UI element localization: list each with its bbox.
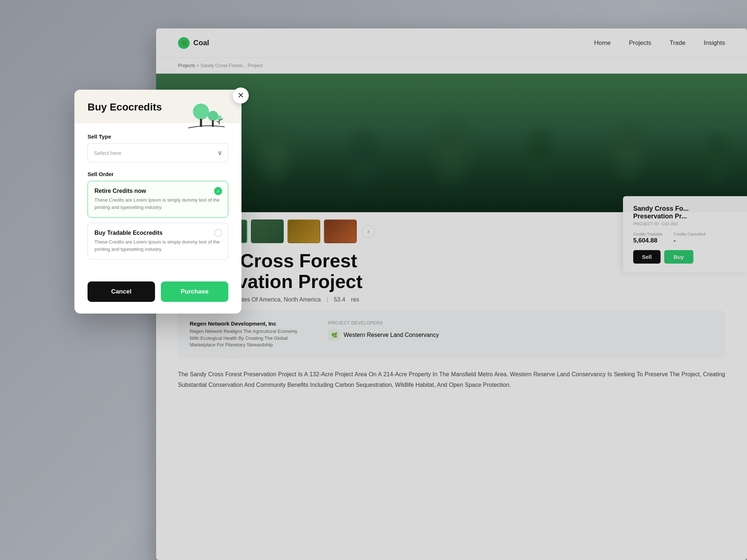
sell-order-label: Sell Order [88, 171, 228, 177]
close-icon: ✕ [237, 91, 244, 100]
option-tradable-title: Buy Tradable Ecocredits [94, 230, 221, 236]
cancel-button[interactable]: Cancel [88, 281, 155, 302]
option-retire-desc: These Credits are Lorem Ipsum is simply … [94, 197, 221, 211]
svg-point-7 [217, 115, 222, 120]
modal-title: Buy Ecocredits [88, 101, 162, 113]
svg-point-2 [208, 111, 218, 121]
sell-order-group: Sell Order Retire Credits now These Cred… [88, 171, 228, 260]
sell-type-placeholder: Select here [94, 150, 121, 156]
modal-body: Sell Type Select here ∨ Sell Order Retir… [74, 123, 241, 279]
svg-rect-3 [212, 120, 214, 127]
option-tradable-check [214, 229, 222, 237]
option-tradable[interactable]: Buy Tradable Ecocredits These Credits ar… [88, 223, 228, 260]
purchase-button[interactable]: Purchase [161, 281, 228, 302]
option-retire[interactable]: Retire Credits now These Credits are Lor… [88, 181, 228, 218]
option-tradable-desc: These Credits are Lorem Ipsum is simply … [94, 238, 221, 253]
modal-illustration [185, 97, 228, 133]
svg-rect-1 [200, 119, 202, 127]
option-retire-title: Retire Credits now [94, 188, 221, 194]
svg-point-0 [193, 104, 209, 120]
option-retire-check: ✓ [214, 187, 222, 195]
sell-type-label: Sell Type [88, 133, 228, 140]
modal-footer: Cancel Purchase [74, 279, 241, 314]
sell-type-select[interactable]: Select here ∨ [88, 143, 228, 162]
modal-box: Buy Ecocredits Sell Type [74, 90, 241, 314]
svg-line-6 [217, 121, 219, 122]
sell-type-group: Sell Type Select here ∨ [88, 133, 228, 162]
close-button[interactable]: ✕ [233, 88, 249, 104]
modal-header: Buy Ecocredits [74, 90, 241, 123]
chevron-down-icon: ∨ [217, 149, 222, 157]
